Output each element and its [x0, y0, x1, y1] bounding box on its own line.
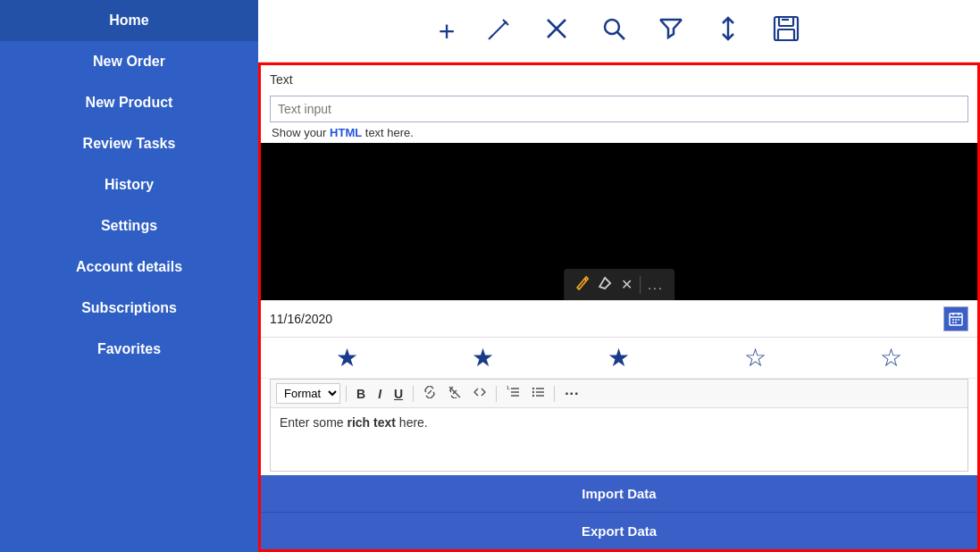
source-button[interactable] — [469, 384, 490, 403]
svg-line-0 — [490, 21, 507, 38]
save-icon[interactable] — [773, 15, 800, 46]
close-icon[interactable] — [544, 16, 569, 46]
sidebar-item-history[interactable]: History — [0, 164, 258, 205]
search-icon[interactable] — [601, 16, 626, 46]
rich-text-toolbar: Format B I U — [271, 380, 967, 408]
rich-content-suffix: here. — [396, 415, 428, 430]
main-area: + — [258, 0, 980, 552]
sidebar: Home New Order New Product Review Tasks … — [0, 0, 258, 552]
bold-button[interactable]: B — [352, 385, 370, 403]
star-5[interactable]: ☆ — [880, 343, 902, 372]
sidebar-item-subscriptions[interactable]: Subscriptions — [0, 288, 258, 329]
text-label: Text — [270, 72, 968, 87]
format-select[interactable]: Format — [276, 383, 340, 404]
more-options-label[interactable]: ... — [648, 278, 664, 292]
html-preview-suffix: text here. — [362, 126, 414, 139]
svg-line-14 — [599, 287, 605, 289]
calendar-button[interactable] — [943, 306, 968, 331]
filter-icon[interactable] — [658, 16, 683, 46]
rich-text-editor: Format B I U — [270, 379, 968, 472]
link-button[interactable] — [419, 384, 440, 403]
star-2[interactable]: ★ — [472, 343, 494, 372]
html-preview-prefix: Show your — [272, 126, 330, 139]
star-3[interactable]: ★ — [607, 343, 630, 372]
toolbar-separator-1 — [346, 386, 347, 402]
rich-text-content[interactable]: Enter some rich text here. — [271, 408, 967, 471]
svg-rect-10 — [779, 17, 793, 26]
eraser-icon[interactable] — [598, 274, 614, 295]
svg-point-31 — [532, 388, 534, 389]
html-preview: Show your HTML text here. — [270, 126, 968, 139]
svg-point-32 — [532, 391, 534, 393]
sidebar-item-account-details[interactable]: Account details — [0, 247, 258, 288]
sidebar-item-new-product[interactable]: New Product — [0, 82, 258, 123]
sidebar-item-new-order[interactable]: New Order — [0, 41, 258, 82]
rich-content-prefix: Enter some — [280, 415, 347, 430]
text-section: Text Show your HTML text here. — [261, 65, 977, 143]
svg-text:1.: 1. — [507, 386, 511, 390]
underline-button[interactable]: U — [389, 385, 407, 403]
unlink-button[interactable] — [444, 384, 465, 403]
date-row: 11/16/2020 — [261, 300, 977, 338]
svg-line-6 — [617, 32, 624, 39]
stars-row: ★ ★ ★ ☆ ☆ — [261, 338, 977, 379]
sort-icon[interactable] — [716, 16, 741, 46]
star-1[interactable]: ★ — [336, 343, 358, 372]
main-toolbar: + — [258, 0, 980, 63]
sidebar-item-favorites[interactable]: Favorites — [0, 329, 258, 370]
star-4[interactable]: ☆ — [744, 343, 766, 372]
black-canvas-area: ✕ ... — [261, 143, 977, 300]
italic-button[interactable]: I — [373, 385, 386, 403]
import-data-button[interactable]: Import Data — [261, 475, 977, 512]
svg-rect-11 — [778, 29, 794, 40]
unordered-list-button[interactable] — [527, 384, 549, 403]
add-icon[interactable]: + — [439, 17, 456, 46]
float-close-icon[interactable]: ✕ — [621, 276, 632, 293]
export-data-button[interactable]: Export Data — [261, 512, 977, 549]
svg-point-33 — [532, 395, 534, 397]
sidebar-item-settings[interactable]: Settings — [0, 205, 258, 247]
svg-line-13 — [584, 279, 586, 280]
floating-toolbar: ✕ ... — [564, 269, 674, 300]
float-divider — [640, 276, 641, 294]
edit-icon[interactable] — [487, 16, 512, 46]
toolbar-separator-3 — [496, 386, 497, 402]
toolbar-separator-4 — [554, 386, 555, 402]
more-rich-options-button[interactable]: ··· — [560, 384, 583, 404]
text-input[interactable] — [270, 96, 968, 122]
svg-line-2 — [489, 36, 492, 39]
date-value: 11/16/2020 — [270, 312, 943, 326]
content-area: Text Show your HTML text here. — [258, 63, 980, 552]
pen-icon[interactable] — [574, 274, 591, 295]
toolbar-separator-2 — [413, 386, 414, 402]
ordered-list-button[interactable]: 1. — [502, 384, 524, 403]
sidebar-item-home[interactable]: Home — [0, 0, 258, 41]
rich-content-bold: rich text — [347, 415, 395, 430]
sidebar-item-review-tasks[interactable]: Review Tasks — [0, 123, 258, 164]
html-preview-link: HTML — [330, 126, 362, 139]
svg-point-5 — [605, 20, 619, 34]
